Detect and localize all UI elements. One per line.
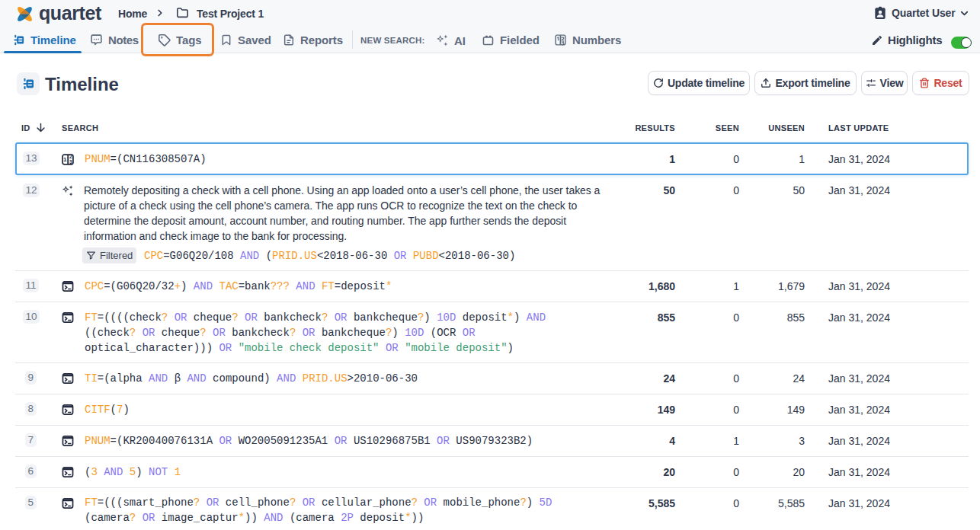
svg-text:3: 3 — [69, 160, 72, 165]
svg-text:1: 1 — [63, 157, 67, 164]
svg-text:2: 2 — [69, 155, 72, 160]
